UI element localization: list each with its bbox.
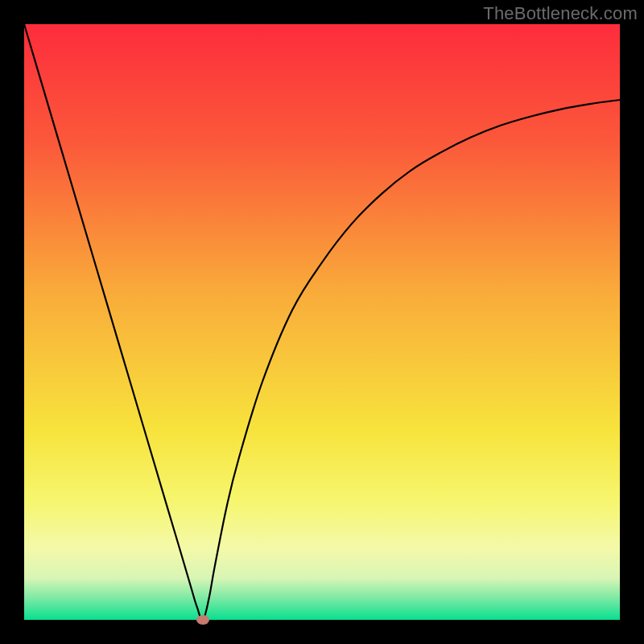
- optimal-point-marker: [196, 615, 209, 625]
- chart-frame: TheBottleneck.com: [0, 0, 644, 644]
- bottleneck-curve: [24, 24, 620, 620]
- plot-area: [24, 24, 620, 620]
- curve-layer: [24, 24, 620, 620]
- watermark-text: TheBottleneck.com: [483, 3, 638, 24]
